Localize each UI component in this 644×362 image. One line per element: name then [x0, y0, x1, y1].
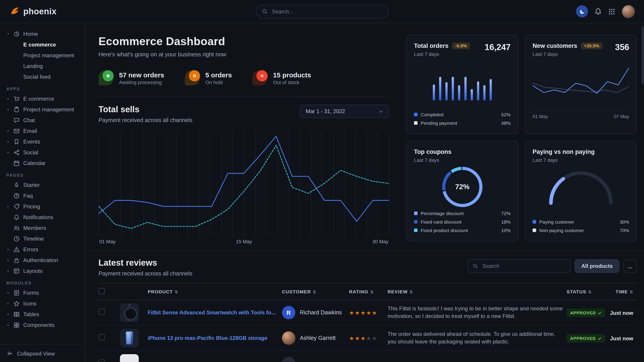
topbar: phoenix — [0, 0, 644, 23]
brand-name: phoenix — [23, 6, 56, 16]
sort-icon: ⇅ — [588, 290, 592, 294]
select-all-checkbox[interactable] — [98, 288, 105, 294]
legend-label: Completed — [421, 112, 444, 117]
star-filled-icon: ★ — [360, 310, 366, 316]
theme-toggle-button[interactable] — [576, 5, 588, 17]
sidebar-item-icons[interactable]: Icons — [4, 298, 82, 309]
sidebar-item-label: Chat — [23, 117, 35, 123]
reviews-search-input[interactable] — [482, 263, 566, 270]
stats-row: 57 new ordersAwating processing5 ordersO… — [98, 70, 389, 85]
brand-logo[interactable]: phoenix — [9, 5, 56, 18]
all-products-button[interactable]: All products — [575, 259, 620, 273]
star-filled-icon: ★ — [366, 310, 372, 316]
product-link[interactable]: iPhone 13 pro max-Pacific Blue-128GB sto… — [148, 335, 278, 341]
customer-avatar[interactable] — [282, 331, 295, 345]
sidebar-item-chat[interactable]: Chat — [4, 115, 82, 126]
grid-icon — [608, 8, 615, 15]
total-orders-card: Total orders -6.8% Last 7 days 16,247 Co… — [406, 35, 518, 134]
sidebar-item-pricing[interactable]: Pricing — [4, 201, 82, 212]
product-image[interactable] — [120, 303, 139, 322]
product-image[interactable] — [120, 329, 139, 348]
sidebar-item-notifications[interactable]: Notifications — [4, 212, 82, 223]
product-link[interactable]: Fitbit Sense Advanced Smartwatch with To… — [148, 310, 278, 316]
sidebar-item-timeline[interactable]: Timeline — [4, 233, 82, 244]
sidebar-item-e-commerce[interactable]: E commerce — [4, 93, 82, 104]
customer-name: Ashley Garrett — [300, 335, 336, 341]
stat-caption: Out of stock — [273, 79, 311, 85]
column-header-rating[interactable]: RATING⇅ — [349, 283, 388, 300]
sidebar-item-faq[interactable]: Faq — [4, 191, 82, 201]
search-input[interactable] — [271, 8, 382, 15]
collapse-view-toggle[interactable]: Collapsed View — [0, 344, 85, 362]
column-header-product[interactable]: PRODUCT⇅ — [148, 283, 282, 300]
card-period: Last 7 days — [414, 157, 511, 163]
date-range-select[interactable]: Mar 1 - 31, 2022 — [300, 105, 389, 118]
global-search[interactable] — [256, 5, 388, 18]
legend-value: 48% — [501, 120, 511, 126]
row-checkbox[interactable] — [98, 360, 105, 362]
sidebar-subitem-social-feed[interactable]: Social feed — [4, 71, 82, 82]
product-image[interactable] — [120, 354, 139, 362]
star-solid-icon — [98, 70, 114, 85]
card-title: New customers — [532, 42, 577, 49]
status-badge: APPROVED — [566, 334, 605, 343]
caret-right-icon — [6, 129, 10, 133]
customer-avatar[interactable]: R — [282, 306, 295, 319]
sidebar-subitem-landing[interactable]: Landing — [4, 61, 82, 71]
sidebar-item-events[interactable]: Events — [4, 136, 82, 147]
total-sells-title: Total sells — [98, 105, 192, 114]
sidebar-sections: APPSE commerceProject managementChatEmai… — [4, 86, 82, 331]
customer-avatar[interactable] — [282, 357, 295, 362]
sidebar-item-social[interactable]: Social — [4, 147, 82, 158]
star-icon — [14, 301, 20, 307]
row-checkbox[interactable] — [98, 334, 105, 340]
legend-item: Paying customer30% — [532, 218, 629, 225]
legend-item: Non-paying customer70% — [532, 227, 629, 234]
sidebar-item-label: Email — [23, 128, 37, 134]
caret-right-icon — [6, 97, 10, 101]
column-header-customer[interactable]: CUSTOMER⇅ — [282, 283, 349, 300]
x-tick: 15 May — [236, 239, 252, 244]
check-icon — [598, 337, 602, 340]
sidebar-item-layouts[interactable]: Layouts — [4, 266, 82, 276]
review-time: Just now — [610, 310, 633, 316]
sidebar-item-home[interactable]: Home — [4, 29, 82, 39]
row-checkbox[interactable] — [98, 309, 105, 315]
user-avatar[interactable] — [622, 5, 635, 18]
total-sells-header: Total sells Payment received across all … — [98, 105, 389, 123]
sidebar-item-label: Tables — [23, 311, 39, 318]
apps-grid-button[interactable] — [608, 8, 615, 15]
column-header-review[interactable]: REVIEW⇅ — [388, 283, 566, 300]
sidebar-subitem-project-management[interactable]: Project management — [4, 50, 82, 61]
column-header-time[interactable]: TIME⇅ — [610, 283, 637, 300]
caret-right-icon — [6, 140, 10, 144]
rocket-icon — [14, 182, 20, 188]
sidebar-item-email[interactable]: Email — [4, 126, 82, 136]
legend-swatch — [414, 220, 418, 224]
star-filled-icon: ★ — [360, 335, 366, 342]
sidebar-item-label: Layouts — [23, 268, 42, 274]
sidebar-section-label: MODULES — [6, 280, 79, 285]
customer-name: Richard Dawkins — [300, 310, 342, 316]
sidebar-item-components[interactable]: Components — [4, 320, 82, 331]
reviews-search[interactable] — [468, 259, 570, 273]
sidebar-item-members[interactable]: Members — [4, 223, 82, 233]
scrollbar[interactable] — [642, 26, 644, 84]
latest-reviews-subtitle: Payment received across all channels — [98, 271, 192, 277]
sidebar-item-forms[interactable]: Forms — [4, 288, 82, 298]
sidebar-item-project-management[interactable]: Project management — [4, 104, 82, 115]
stat-out-of-stock: 15 productsOut of stock — [252, 70, 311, 85]
new-customers-value: 356 — [615, 42, 629, 52]
sidebar-item-tables[interactable]: Tables — [4, 309, 82, 320]
sidebar-item-label: Calendar — [23, 160, 46, 166]
sidebar-item-starter[interactable]: Starter — [4, 180, 82, 191]
sidebar-item-calendar[interactable]: Calendar — [4, 158, 82, 169]
sidebar-item-errors[interactable]: Errors — [4, 244, 82, 255]
more-actions-button[interactable]: ... — [624, 259, 637, 273]
sidebar-subitem-e-commerce[interactable]: E commerce — [4, 39, 82, 50]
sidebar-section-label: PAGES — [6, 173, 79, 178]
sidebar-item-authentication[interactable]: Authentication — [4, 255, 82, 266]
bookmark-icon — [14, 139, 20, 145]
notifications-button[interactable] — [594, 7, 602, 15]
column-header-status[interactable]: STATUS⇅ — [566, 283, 610, 300]
